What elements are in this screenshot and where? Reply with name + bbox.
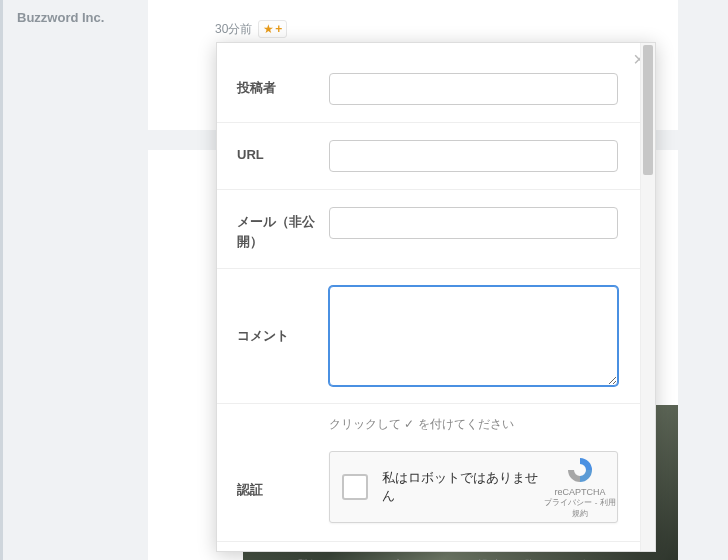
captcha-hint: クリックして ✓ を付けてください: [217, 404, 640, 445]
url-input[interactable]: [329, 140, 618, 172]
author-row: 投稿者: [217, 43, 640, 123]
recaptcha-widget: 私はロボットではありません reCAPTCHA プライバシー - 利用規約: [329, 451, 618, 523]
email-row: メール（非公開）: [217, 190, 640, 269]
url-row: URL: [217, 123, 640, 190]
recaptcha-branding: reCAPTCHA プライバシー - 利用規約: [543, 455, 617, 519]
email-label: メール（非公開）: [237, 207, 329, 251]
recaptcha-checkbox[interactable]: [342, 474, 368, 500]
author-label: 投稿者: [237, 73, 329, 98]
scrollbar-thumb[interactable]: [643, 45, 653, 175]
author-input[interactable]: [329, 73, 618, 105]
email-input[interactable]: [329, 207, 618, 239]
modal-scrollbar[interactable]: [640, 43, 655, 551]
comment-label: コメント: [237, 326, 329, 346]
comment-textarea[interactable]: [329, 286, 618, 386]
sidebar-title[interactable]: Buzzword Inc.: [17, 10, 148, 25]
post-meta-row: 30分前 ★+: [215, 20, 287, 38]
recaptcha-text: 私はロボットではありません: [382, 469, 543, 505]
footer-note: ※はてなに登録されていない方がコメントを投稿する際には、ゲ: [217, 542, 640, 560]
recaptcha-brand: reCAPTCHA: [543, 487, 617, 499]
auth-row: 認証 私はロボットではありません reCAPTCHA プライバシー - 利用規約: [217, 445, 640, 542]
comment-row: コメント: [217, 269, 640, 404]
timestamp: 30分前: [215, 21, 252, 38]
recaptcha-links[interactable]: プライバシー - 利用規約: [543, 498, 617, 519]
recaptcha-logo-icon: [565, 455, 595, 485]
star-add-button[interactable]: ★+: [258, 20, 287, 38]
plus-icon: +: [275, 22, 282, 36]
star-icon: ★: [263, 22, 274, 36]
sidebar: Buzzword Inc.: [0, 0, 148, 560]
url-label: URL: [237, 140, 329, 165]
auth-label: 認証: [237, 475, 329, 500]
comment-modal: × 投稿者 URL メール（非公開） コメント クリックして ✓ を付けてくださ…: [216, 42, 656, 552]
